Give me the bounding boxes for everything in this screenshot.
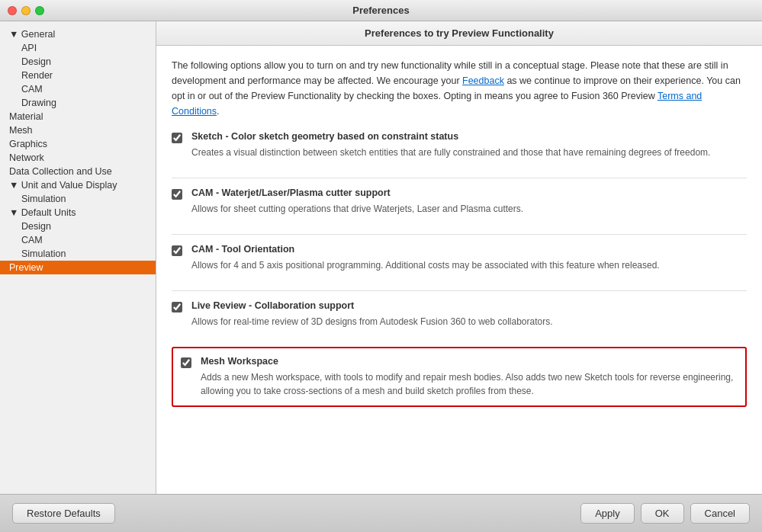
content-header: Preferences to try Preview Functionality (156, 21, 762, 46)
sidebar-item-graphics[interactable]: Graphics (0, 137, 156, 151)
close-button[interactable] (8, 6, 17, 15)
cancel-button[interactable]: Cancel (690, 503, 750, 524)
feature-content-cam-tool: CAM - Tool OrientationAllows for 4 and 5… (191, 244, 747, 272)
sidebar-item-design-du[interactable]: Design (0, 220, 156, 233)
terms-link[interactable]: Terms and Conditions (172, 91, 702, 117)
sidebar-item-cam-sub[interactable]: CAM (0, 82, 156, 96)
minimize-button[interactable] (21, 6, 31, 15)
feature-title-sketch: Sketch - Color sketch geometry based on … (191, 131, 747, 142)
sidebar-item-material[interactable]: Material (0, 110, 156, 123)
feature-item-mesh-workspace: Mesh WorkspaceAdds a new Mesh workspace,… (172, 347, 747, 407)
checkbox-live-review[interactable] (172, 302, 182, 315)
feature-title-mesh-workspace: Mesh Workspace (201, 356, 738, 367)
features-container: Sketch - Color sketch geometry based on … (172, 131, 747, 407)
feature-desc-live-review: Allows for real-time review of 3D design… (191, 315, 747, 328)
separator-2 (172, 290, 747, 291)
feature-item-live-review: Live Review - Collaboration supportAllow… (172, 300, 747, 332)
feature-title-cam-tool: CAM - Tool Orientation (191, 244, 747, 255)
feature-desc-sketch: Creates a visual distinction between ske… (191, 146, 747, 159)
window-controls (8, 6, 44, 15)
separator-1 (172, 234, 747, 235)
feature-desc-cam-tool: Allows for 4 and 5 axis positional progr… (191, 258, 747, 272)
checkbox-mesh-workspace[interactable] (181, 357, 191, 370)
separator-0 (172, 178, 747, 178)
sidebar-item-general[interactable]: ▼ General (0, 27, 156, 41)
sidebar-item-cam-du[interactable]: CAM (0, 233, 156, 247)
sidebar-item-data-collection[interactable]: Data Collection and Use (0, 165, 156, 178)
sidebar-item-simulation-du[interactable]: Simulation (0, 247, 156, 261)
intro-paragraph: The following options allow you to turn … (172, 58, 747, 119)
maximize-button[interactable] (35, 6, 44, 15)
sidebar-item-unit-value[interactable]: ▼ Unit and Value Display (0, 178, 156, 192)
sidebar-item-preview[interactable]: Preview (0, 261, 156, 274)
bottom-left: Restore Defaults (12, 503, 115, 524)
checkbox-input-cam-waterjet[interactable] (172, 189, 182, 200)
content-panel: Preferences to try Preview Functionality… (156, 21, 762, 494)
bottom-right: Apply OK Cancel (580, 503, 750, 524)
checkbox-cam-waterjet[interactable] (172, 189, 182, 202)
checkbox-sketch[interactable] (172, 133, 182, 146)
checkbox-input-live-review[interactable] (172, 302, 182, 312)
feature-title-live-review: Live Review - Collaboration support (191, 300, 747, 311)
feature-item-sketch: Sketch - Color sketch geometry based on … (172, 131, 747, 162)
sidebar-item-default-units[interactable]: ▼ Default Units (0, 206, 156, 220)
bottom-bar: Restore Defaults Apply OK Cancel (0, 494, 762, 532)
sidebar-item-api[interactable]: API (0, 41, 156, 55)
ok-button[interactable]: OK (641, 503, 684, 524)
apply-button[interactable]: Apply (580, 503, 635, 524)
feedback-link[interactable]: Feedback (462, 75, 504, 86)
main-container: ▼ GeneralAPIDesignRenderCAMDrawingMateri… (0, 21, 762, 494)
restore-defaults-button[interactable]: Restore Defaults (12, 503, 115, 524)
sidebar-item-design[interactable]: Design (0, 55, 156, 69)
sidebar: ▼ GeneralAPIDesignRenderCAMDrawingMateri… (0, 21, 156, 494)
sidebar-item-drawing[interactable]: Drawing (0, 96, 156, 110)
checkbox-input-mesh-workspace[interactable] (181, 357, 191, 368)
feature-item-cam-waterjet: CAM - Waterjet/Laser/Plasma cutter suppo… (172, 187, 747, 219)
feature-content-mesh-workspace: Mesh WorkspaceAdds a new Mesh workspace,… (201, 356, 738, 398)
feature-content-sketch: Sketch - Color sketch geometry based on … (191, 131, 747, 159)
checkbox-input-sketch[interactable] (172, 133, 182, 143)
sidebar-item-simulation-uv[interactable]: Simulation (0, 192, 156, 206)
feature-item-cam-tool: CAM - Tool OrientationAllows for 4 and 5… (172, 244, 747, 275)
content-body: The following options allow you to turn … (156, 46, 762, 494)
feature-desc-cam-waterjet: Allows for sheet cutting operations that… (191, 202, 747, 216)
checkbox-cam-tool[interactable] (172, 245, 182, 258)
sidebar-item-render[interactable]: Render (0, 69, 156, 82)
feature-content-cam-waterjet: CAM - Waterjet/Laser/Plasma cutter suppo… (191, 187, 747, 216)
sidebar-item-mesh[interactable]: Mesh (0, 123, 156, 137)
feature-desc-mesh-workspace: Adds a new Mesh workspace, with tools to… (201, 370, 738, 398)
window-title: Preferences (352, 5, 409, 16)
feature-content-live-review: Live Review - Collaboration supportAllow… (191, 300, 747, 328)
sidebar-item-network[interactable]: Network (0, 151, 156, 165)
title-bar: Preferences (0, 0, 762, 21)
checkbox-input-cam-tool[interactable] (172, 245, 182, 256)
feature-title-cam-waterjet: CAM - Waterjet/Laser/Plasma cutter suppo… (191, 187, 747, 198)
